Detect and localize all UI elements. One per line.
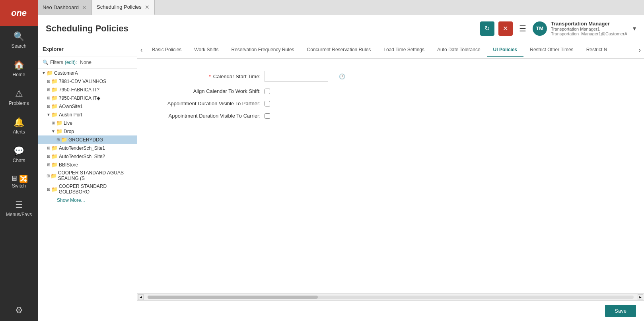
sidebar-item-alerts[interactable]: 🔔 Alerts: [0, 112, 38, 140]
toggle-icon: ⊞: [46, 96, 51, 100]
align-calendar-checkbox[interactable]: [265, 89, 270, 94]
tree-label: Live: [64, 120, 72, 126]
sidebar-item-chats[interactable]: 💬 Chats: [0, 140, 38, 169]
close-neo-dashboard-icon[interactable]: ✕: [82, 4, 87, 11]
user-email: Transportation_Manager1@CustomerA: [551, 31, 627, 36]
tree-label: 7881-CDV VALINHOS: [59, 79, 106, 84]
toggle-icon: ⊞: [46, 87, 51, 92]
show-more-link[interactable]: Show More...: [38, 196, 137, 205]
tab-neo-dashboard[interactable]: Neo Dashboard ✕: [38, 0, 92, 15]
scrollbar-area: ◄ ►: [137, 293, 644, 300]
monitor-icon: 🖥: [10, 174, 18, 183]
sidebar-item-home[interactable]: 🏠 Home: [0, 54, 38, 83]
content-body: Explorer 🔍 Filters (edit): None ▼ 📁 Cust…: [38, 42, 644, 321]
refresh-button[interactable]: ↻: [480, 21, 494, 36]
tree-label: GROCERYDDG: [68, 137, 103, 143]
tree-label: COOPER STANDARD AGUAS SEALING (S: [58, 170, 137, 181]
sidebar-item-problems[interactable]: ⚠ Problems: [0, 83, 38, 112]
bell-icon: 🔔: [14, 117, 24, 128]
filter-label: Filters: [50, 60, 63, 65]
app-logo[interactable]: one: [0, 0, 38, 26]
tab-restrict-other-times[interactable]: Restrict Other Times: [523, 43, 580, 57]
tab-auto-date-tolerance[interactable]: Auto Date Tolerance: [431, 43, 487, 57]
tab-basic-policies[interactable]: Basic Policies: [146, 43, 188, 57]
scroll-left-btn[interactable]: ◄: [138, 294, 144, 300]
sidebar-label-menus: Menus/Favs: [6, 212, 32, 217]
tree-item-7950b[interactable]: ⊞ 📁 7950-FABRICA IT◆: [38, 94, 137, 102]
tree-label: CustomerA: [54, 70, 78, 76]
folder-icon: 📁: [56, 128, 62, 134]
form-area: * Calendar Start Time: 🕐 Align Calendar …: [137, 59, 644, 293]
tree-item-7950a[interactable]: ⊞ 📁 7950-FABRICA IT?: [38, 85, 137, 94]
folder-icon: 📁: [51, 186, 58, 192]
tree-label: Drop: [64, 129, 74, 134]
close-button[interactable]: ✕: [498, 21, 513, 36]
tree-item-cooper-aguas[interactable]: ⊞ 📁 COOPER STANDARD AGUAS SEALING (S: [38, 169, 137, 182]
toggle-icon: ⊞: [46, 174, 51, 178]
tree: ▼ 📁 CustomerA ⊞ 📁 7881-CDV VALINHOS ⊞ 📁 …: [38, 69, 137, 205]
tree-item-cooper-goldsboro[interactable]: ⊞ 📁 COOPER STANDARD GOLDSBORO: [38, 182, 137, 196]
tree-label: AutoTenderSch_Site1: [59, 145, 105, 151]
tree-label: AutoTenderSch_Site2: [59, 154, 105, 159]
header-actions: ↻ ✕ ☰ TM Transportation Manager Transpor…: [480, 21, 636, 36]
sidebar-item-settings[interactable]: ⚙: [0, 300, 38, 321]
bottom-area: ◄ ► Save: [137, 293, 644, 321]
appt-partner-checkbox[interactable]: [265, 101, 270, 106]
close-scheduling-policies-icon[interactable]: ✕: [145, 4, 150, 10]
tree-item-groceryddg[interactable]: ⊞ 📁 GROCERYDDG: [38, 135, 137, 144]
filter-row: 🔍 Filters (edit): None: [38, 56, 137, 69]
tab-nav-left[interactable]: ‹: [137, 42, 146, 58]
tree-item-live[interactable]: ⊞ 📁 Live: [38, 119, 137, 127]
footer-bar: Save: [137, 300, 644, 321]
toggle-icon: ⊞: [51, 121, 56, 125]
form-row-align-calendar: Align Calendar To Work Shift:: [153, 88, 628, 94]
tab-restrict-n[interactable]: Restrict N: [580, 43, 614, 57]
explorer-panel: Explorer 🔍 Filters (edit): None ▼ 📁 Cust…: [38, 42, 137, 321]
logo-text: one: [11, 8, 27, 18]
sidebar-item-switch[interactable]: 🖥 🔀 Switch: [0, 169, 38, 194]
form-row-appt-carrier: Appointment Duration Visible To Carrier:: [153, 113, 628, 119]
warning-icon: ⚠: [15, 89, 23, 99]
calendar-start-time-input[interactable]: [265, 73, 337, 79]
switch-icon: 🔀: [19, 174, 28, 183]
tab-work-shifts[interactable]: Work Shifts: [188, 43, 225, 57]
hamburger-button[interactable]: ☰: [517, 24, 529, 33]
folder-icon: 📁: [56, 120, 62, 126]
tree-item-bbistore[interactable]: ⊞ 📁 BBIStore: [38, 160, 137, 169]
tree-item-autotender1[interactable]: ⊞ 📁 AutoTenderSch_Site1: [38, 144, 137, 152]
menu-icon: ☰: [15, 200, 23, 210]
tree-item-7881[interactable]: ⊞ 📁 7881-CDV VALINHOS: [38, 77, 137, 85]
tab-scheduling-policies[interactable]: Scheduling Policies ✕: [92, 0, 155, 15]
folder-icon: 📁: [51, 103, 58, 109]
tab-load-time-settings[interactable]: Load Time Settings: [377, 43, 431, 57]
save-button[interactable]: Save: [605, 305, 636, 317]
user-dropdown-arrow[interactable]: ▾: [633, 25, 636, 32]
sidebar-label-problems: Problems: [9, 101, 29, 106]
folder-icon: 📁: [51, 153, 58, 159]
appt-partner-label: Appointment Duration Visible To Partner:: [153, 101, 265, 106]
scrollbar-thumb: [148, 296, 318, 299]
align-calendar-label: Align Calendar To Work Shift:: [153, 88, 265, 94]
filter-edit-link[interactable]: (edit):: [65, 60, 77, 65]
appt-carrier-checkbox[interactable]: [265, 113, 270, 119]
scroll-right-btn[interactable]: ►: [638, 294, 643, 300]
sidebar-item-menus[interactable]: ☰ Menus/Favs: [0, 194, 38, 223]
tree-item-customerA[interactable]: ▼ 📁 CustomerA: [38, 69, 137, 77]
tree-item-austin-port[interactable]: ▼ 📁 Austin Port: [38, 110, 137, 119]
tree-label: COOPER STANDARD GOLDSBORO: [59, 184, 137, 195]
tab-ui-policies[interactable]: UI Policies: [487, 43, 524, 57]
tab-concurrent-reservation[interactable]: Concurrent Reservation Rules: [301, 43, 377, 57]
toggle-icon: ⊞: [46, 104, 51, 108]
tab-label-neo-dashboard: Neo Dashboard: [43, 4, 79, 10]
toggle-icon: ▼: [46, 112, 51, 117]
tree-item-aownsite1[interactable]: ⊞ 📁 AOwnSite1: [38, 102, 137, 110]
tab-reservation-frequency[interactable]: Reservation Frequency Rules: [225, 43, 300, 57]
sidebar-item-search[interactable]: 🔍 Search: [0, 26, 38, 54]
folder-icon: 📁: [51, 162, 58, 168]
tab-nav-right[interactable]: ›: [636, 42, 644, 58]
user-full-name: Transportation Manager: [551, 21, 627, 27]
filter-icon: 🔍: [43, 60, 49, 65]
toggle-icon: ⊞: [46, 162, 51, 167]
tree-item-drop[interactable]: ▼ 📁 Drop: [38, 127, 137, 135]
tree-item-autotender2[interactable]: ⊞ 📁 AutoTenderSch_Site2: [38, 152, 137, 160]
